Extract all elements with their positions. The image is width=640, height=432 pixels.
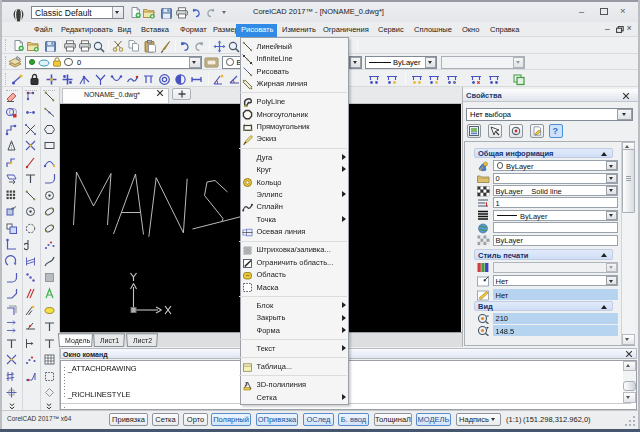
svg-text:3: 3 [245, 381, 248, 387]
